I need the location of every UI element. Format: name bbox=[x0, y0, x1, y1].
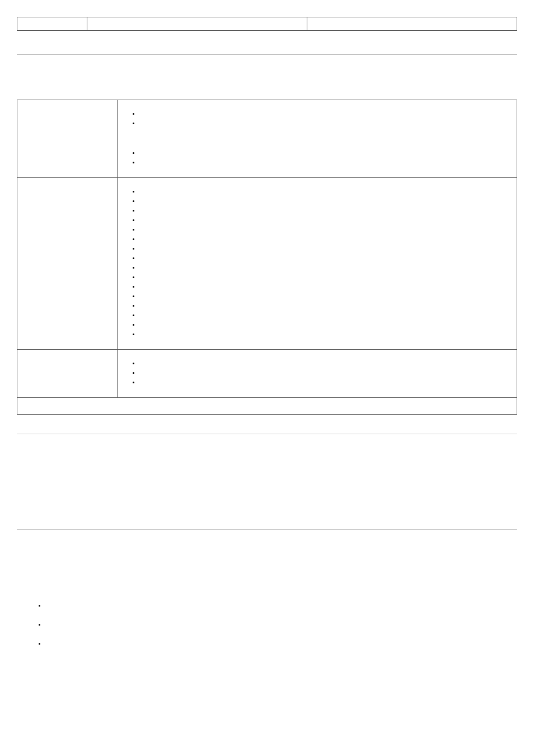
row2-left bbox=[17, 178, 118, 350]
table-row bbox=[17, 178, 517, 350]
list-item bbox=[140, 284, 509, 293]
table-row bbox=[17, 398, 517, 415]
row3-right bbox=[117, 350, 517, 398]
row2-right bbox=[117, 178, 517, 350]
list-item bbox=[140, 218, 509, 227]
divider bbox=[17, 434, 517, 434]
top-cell-1 bbox=[17, 17, 87, 31]
divider bbox=[17, 54, 517, 55]
table-row bbox=[17, 350, 517, 398]
row3-left bbox=[17, 350, 118, 398]
main-table bbox=[17, 100, 517, 415]
top-header-row bbox=[17, 17, 517, 31]
list-item bbox=[140, 332, 509, 341]
list-item bbox=[140, 246, 509, 255]
list-item bbox=[140, 151, 509, 159]
list-item bbox=[140, 265, 509, 274]
list-item bbox=[140, 361, 509, 370]
list-item bbox=[140, 303, 509, 312]
top-header-table bbox=[17, 17, 517, 31]
list-item bbox=[140, 208, 509, 217]
list-item bbox=[140, 322, 509, 331]
list-group bbox=[125, 151, 509, 169]
divider bbox=[17, 529, 517, 530]
list-item bbox=[46, 622, 517, 631]
bottom-list bbox=[17, 603, 517, 650]
list-item bbox=[46, 641, 517, 650]
list-item bbox=[140, 313, 509, 322]
list-item bbox=[140, 275, 509, 284]
list-item bbox=[140, 380, 509, 389]
list-item bbox=[140, 121, 509, 130]
list-item bbox=[140, 111, 509, 120]
list-item bbox=[140, 256, 509, 265]
top-cell-2 bbox=[87, 17, 307, 31]
list-item bbox=[140, 237, 509, 246]
list-group bbox=[125, 361, 509, 389]
list-item bbox=[140, 370, 509, 379]
list-item bbox=[140, 160, 509, 169]
list-group bbox=[125, 189, 509, 341]
row4-full bbox=[17, 398, 517, 415]
table-row bbox=[17, 100, 517, 178]
row1-left bbox=[17, 100, 118, 178]
top-cell-3 bbox=[307, 17, 517, 31]
row1-right bbox=[117, 100, 517, 178]
list-item bbox=[140, 227, 509, 236]
list-group bbox=[125, 111, 509, 130]
list-item bbox=[46, 603, 517, 612]
list-item bbox=[140, 199, 509, 208]
list-item bbox=[140, 189, 509, 198]
list-item bbox=[140, 294, 509, 303]
